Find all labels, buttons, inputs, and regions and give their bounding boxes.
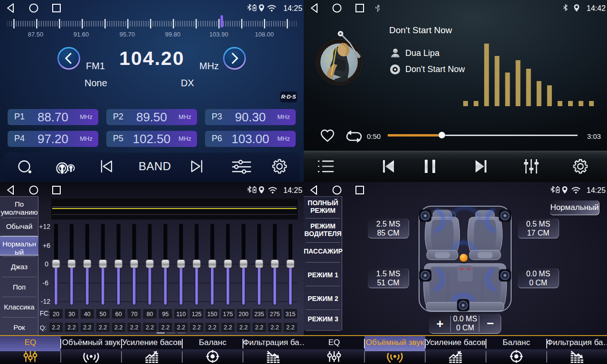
svg-text:2.2: 2.2 [271, 324, 279, 331]
svg-text:87.50: 87.50 [28, 31, 44, 38]
svg-text:FC:: FC: [39, 309, 50, 317]
svg-text:20: 20 [53, 311, 59, 318]
svg-text:175: 175 [223, 311, 233, 318]
svg-text:2.2: 2.2 [130, 324, 138, 331]
svg-text:2.2: 2.2 [146, 324, 154, 331]
svg-text:103.90: 103.90 [209, 31, 228, 38]
svg-text:+12: +12 [39, 223, 50, 230]
svg-text:14:42: 14:42 [587, 4, 606, 12]
svg-text:150: 150 [207, 311, 217, 318]
svg-text:70: 70 [131, 311, 138, 318]
svg-text:110: 110 [176, 311, 186, 318]
svg-text:80: 80 [147, 311, 153, 318]
svg-text:60: 60 [115, 311, 122, 318]
svg-text:95: 95 [162, 311, 169, 318]
svg-text:91.60: 91.60 [74, 31, 89, 38]
svg-text:30: 30 [68, 311, 75, 318]
svg-text:14:25: 14:25 [283, 4, 302, 12]
svg-text:99.80: 99.80 [165, 31, 181, 38]
svg-text:0: 0 [45, 260, 48, 268]
svg-text:235: 235 [254, 311, 264, 318]
svg-text:2.2: 2.2 [239, 324, 247, 331]
svg-text:2.2: 2.2 [255, 324, 263, 331]
svg-text:2.2: 2.2 [83, 324, 91, 331]
svg-text:200: 200 [239, 311, 249, 318]
svg-text:2.2: 2.2 [52, 324, 60, 331]
svg-text:95.70: 95.70 [120, 31, 135, 38]
svg-text:40: 40 [84, 311, 91, 318]
svg-text:14:25: 14:25 [587, 186, 606, 194]
svg-text:2.2: 2.2 [208, 324, 216, 331]
svg-text:275: 275 [270, 311, 280, 318]
svg-text:2.2: 2.2 [99, 324, 107, 331]
svg-text:108.00: 108.00 [255, 31, 274, 38]
svg-text:-12: -12 [41, 298, 50, 305]
svg-text:125: 125 [192, 311, 202, 318]
svg-text:BAND: BAND [139, 160, 171, 173]
svg-text:2.2: 2.2 [114, 324, 122, 331]
svg-text:50: 50 [100, 311, 106, 318]
svg-text:2.2: 2.2 [67, 324, 75, 331]
svg-text:2.2: 2.2 [286, 324, 294, 331]
svg-text:Q:: Q: [40, 324, 47, 331]
svg-text:2.2: 2.2 [161, 324, 169, 331]
svg-text:-6: -6 [43, 279, 49, 287]
svg-text:2.2: 2.2 [177, 324, 185, 331]
svg-text:2.2: 2.2 [193, 324, 201, 331]
svg-text:315: 315 [286, 311, 296, 318]
svg-text:2.2: 2.2 [224, 324, 232, 331]
svg-text:+6: +6 [43, 242, 50, 249]
